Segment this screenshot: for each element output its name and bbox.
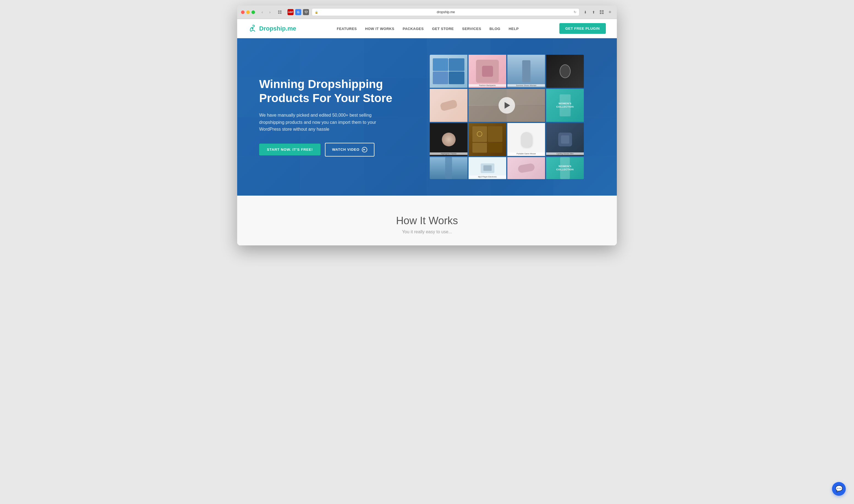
play-button-large[interactable] — [498, 97, 515, 114]
minimize-button[interactable] — [246, 11, 250, 14]
play-triangle-icon — [505, 102, 510, 109]
svg-point-8 — [252, 28, 253, 30]
product-cell-jewelry — [546, 55, 584, 88]
product-cell-women-collection: WOMEN'SCOLLECTION — [546, 89, 584, 122]
product-cell-makeup: Highlighter Palette — [430, 123, 468, 156]
product-label-makeup: Highlighter Palette — [430, 152, 468, 155]
hero-description: We have manually picked and edited 50,00… — [259, 112, 391, 133]
download-icon[interactable]: ⬇ — [582, 9, 588, 15]
browser-extensions: ABP G 🛡 — [288, 9, 309, 15]
hero-section: Winning Dropshipping Products For Your S… — [237, 38, 617, 196]
women-collection-badge: WOMEN'SCOLLECTION — [556, 102, 574, 108]
product-cell-bags: Fashion Backpacks — [469, 55, 506, 88]
start-now-button[interactable]: START NOW. IT'S FREE! — [259, 144, 321, 156]
add-tab-icon[interactable] — [599, 9, 605, 15]
nav-link-blog[interactable]: BLOG — [489, 27, 501, 31]
forward-button[interactable]: › — [267, 9, 273, 15]
lock-icon: 🔒 — [315, 11, 318, 14]
hero-product-grid-container: Fashion Backpacks Summer Shoes Woman — [430, 55, 584, 179]
svg-rect-7 — [602, 12, 604, 14]
product-cell-accessories — [469, 123, 506, 156]
back-button[interactable]: ‹ — [259, 9, 266, 15]
svg-rect-6 — [600, 12, 601, 14]
google-ext-icon[interactable]: G — [295, 9, 301, 15]
hero-content: Winning Dropshipping Products For Your S… — [237, 38, 617, 196]
how-it-works-section: How It Works You it really easy to use..… — [237, 196, 617, 246]
product-cell-electronics: Mp3 Player Electronic — [469, 157, 506, 179]
logo-icon — [248, 24, 257, 33]
product-label-mouse: Portable Game Mouse — [507, 152, 545, 155]
share-icon[interactable]: ⬆ — [590, 9, 597, 15]
product-label-bags: Fashion Backpacks — [469, 84, 506, 87]
browser-nav-arrows: ‹ › — [259, 9, 273, 15]
product-label-gloves: Cycling Gloves Men — [546, 152, 584, 155]
product-cell-women-collection2: WOMEN'SCOLLECTION — [546, 157, 584, 179]
adblock-plus-icon[interactable]: ABP — [288, 9, 294, 15]
product-cell-women-hiker — [430, 157, 468, 179]
navbar: Dropship.me FEATURES HOW IT WORKS PACKAG… — [237, 19, 617, 38]
product-cell-watches — [430, 55, 468, 88]
section-subtitle-how-it-works: You it really easy to use... — [248, 230, 606, 234]
hero-text: Winning Dropshipping Products For Your S… — [259, 77, 408, 157]
logo-text: Dropship.me — [259, 25, 296, 32]
product-cell-shoes — [430, 89, 468, 122]
tab-overview-button[interactable] — [276, 9, 284, 15]
close-button[interactable] — [241, 11, 244, 14]
nav-links: FEATURES HOW IT WORKS PACKAGES GET STORE… — [337, 26, 519, 31]
svg-rect-3 — [280, 12, 281, 14]
nav-link-how-it-works[interactable]: HOW IT WORKS — [365, 27, 394, 31]
svg-rect-0 — [278, 11, 279, 12]
logo[interactable]: Dropship.me — [248, 24, 296, 33]
chat-icon: 💬 — [835, 485, 843, 492]
get-free-plugin-button[interactable]: GET FREE PLUGIN — [559, 23, 606, 34]
product-label-hiker: Summer Shoes Woman — [507, 84, 545, 87]
svg-rect-5 — [602, 10, 604, 12]
browser-actions: ⬇ ⬆ + — [582, 9, 613, 15]
hero-buttons: START NOW. IT'S FREE! WATCH VIDEO ▶ — [259, 143, 408, 157]
section-title-how-it-works: How It Works — [248, 215, 606, 227]
product-grid: Fashion Backpacks Summer Shoes Woman — [430, 55, 584, 179]
play-circle-icon: ▶ — [362, 147, 367, 152]
new-tab-button[interactable]: + — [607, 9, 613, 15]
shield-ext-icon[interactable]: 🛡 — [303, 9, 309, 15]
svg-rect-1 — [280, 11, 281, 12]
svg-rect-2 — [278, 12, 279, 14]
reload-button[interactable]: ↻ — [574, 10, 576, 14]
browser-chrome: ‹ › ABP G 🛡 🔒 dropship.me ↻ ⬇ ⬆ — [237, 5, 617, 19]
product-cell-video[interactable] — [469, 89, 545, 122]
traffic-lights — [241, 11, 255, 14]
women-collection-badge2: WOMEN'SCOLLECTION — [556, 165, 574, 171]
product-cell-hiker: Summer Shoes Woman — [507, 55, 545, 88]
browser-window: ‹ › ABP G 🛡 🔒 dropship.me ↻ ⬇ ⬆ — [237, 5, 617, 246]
maximize-button[interactable] — [252, 11, 255, 14]
website-content: Dropship.me FEATURES HOW IT WORKS PACKAG… — [237, 19, 617, 246]
address-bar[interactable]: 🔒 dropship.me ↻ — [312, 8, 579, 16]
nav-link-get-store[interactable]: GET STORE — [432, 27, 454, 31]
video-play-overlay — [469, 89, 545, 122]
url-text: dropship.me — [320, 10, 572, 14]
product-cell-shoes2 — [507, 157, 545, 179]
svg-rect-4 — [600, 10, 601, 12]
watch-video-button[interactable]: WATCH VIDEO ▶ — [325, 143, 375, 157]
nav-link-services[interactable]: SERVICES — [462, 27, 481, 31]
product-cell-gloves: Cycling Gloves Men — [546, 123, 584, 156]
nav-link-features[interactable]: FEATURES — [337, 27, 357, 31]
nav-link-help[interactable]: HELP — [509, 27, 519, 31]
nav-link-packages[interactable]: PACKAGES — [402, 27, 424, 31]
hero-title: Winning Dropshipping Products For Your S… — [259, 77, 408, 105]
product-cell-mouse: Portable Game Mouse — [507, 123, 545, 156]
product-label-electronics: Mp3 Player Electronic — [469, 176, 506, 178]
chat-widget-button[interactable]: 💬 — [832, 482, 846, 496]
